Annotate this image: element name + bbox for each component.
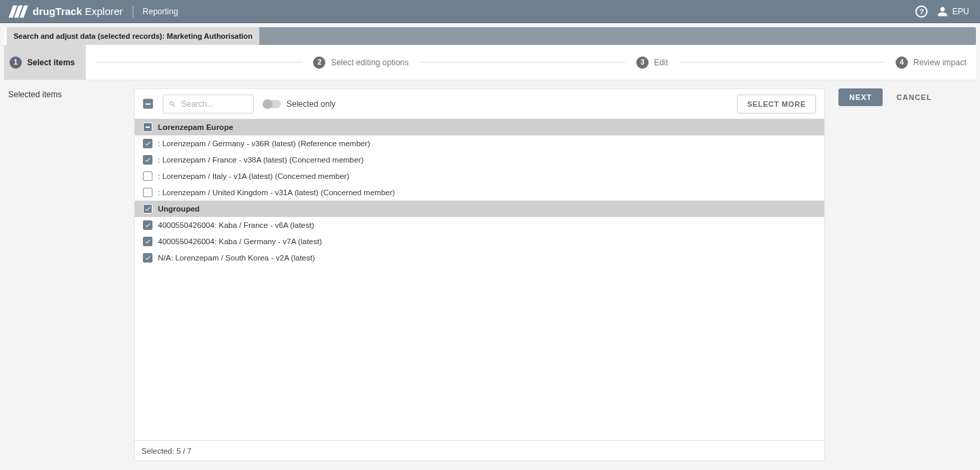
app-logo[interactable]: drugTrack Explorer [11,5,123,18]
item-checkbox[interactable] [143,188,152,197]
item-label: : Lorenzepam / United Kingdom - v31A (la… [158,188,395,197]
group-checkbox[interactable] [143,122,152,132]
app-name-bold: drugTrack [33,5,82,17]
items-footer: Selected: 5 / 7 [135,440,824,460]
vertical-separator [133,5,133,18]
group-header[interactable]: Ungrouped [135,201,824,217]
item-label: : Lorenzepam / Germany - v36R (latest) (… [158,139,370,148]
app-header: drugTrack Explorer Reporting ? EPU [0,0,980,23]
group-title: Ungrouped [158,205,199,213]
selected-count: Selected: 5 / 7 [142,447,192,455]
step-line [420,62,625,63]
step-3-num: 3 [636,56,649,69]
list-item[interactable]: 4000550426004: Kaba / France - v6A (late… [135,217,824,233]
item-checkbox[interactable] [143,253,152,263]
item-checkbox[interactable] [143,220,152,230]
list-item[interactable]: : Lorenzepam / United Kingdom - v31A (la… [135,184,824,201]
step-3[interactable]: 3 Edit [636,56,668,69]
main-content: Selected items Selected only SELECT MORE… [0,80,980,461]
selected-only-toggle[interactable]: Selected only [263,99,336,109]
item-checkbox[interactable] [143,237,152,246]
items-toolbar: Selected only SELECT MORE [135,89,824,119]
selected-items-label: Selected items [8,88,120,99]
master-checkbox[interactable] [143,99,153,109]
stepper: 1 Select items 2 Select editing options … [4,45,976,80]
step-2[interactable]: 2 Select editing options [313,56,408,69]
group-header[interactable]: Lorenzepam Europe [135,119,824,135]
selected-only-label: Selected only [287,99,336,109]
actions-column: NEXT CANCEL [838,88,937,106]
user-name: EPU [952,7,969,16]
help-icon[interactable]: ? [915,5,928,18]
step-line [97,62,302,63]
list-item[interactable]: : Lorenzepam / France - v38A (latest) (C… [135,152,824,168]
step-1-label: Select items [27,58,75,67]
sub-header: Search and adjust data (selected records… [0,23,980,45]
item-label: : Lorenzepam / Italy - v1A (latest) (Con… [158,172,349,180]
active-tab[interactable]: Search and adjust data (selected records… [4,27,259,45]
item-label: 4000550426004: Kaba / Germany - v7A (lat… [158,237,322,246]
item-label: : Lorenzepam / France - v38A (latest) (C… [158,156,363,164]
active-tab-label: Search and adjust data (selected records… [14,32,252,40]
indeterminate-icon [146,103,150,105]
list-item[interactable]: : Lorenzepam / Italy - v1A (latest) (Con… [135,168,824,184]
group-checkbox[interactable] [143,204,152,214]
step-4[interactable]: 4 Review impact [896,56,966,69]
list-item[interactable]: : Lorenzepam / Germany - v36R (latest) (… [135,135,824,152]
search-icon [169,100,176,108]
user-icon [937,6,948,17]
step-line [679,62,885,63]
step-2-num: 2 [313,56,325,69]
nav-reporting[interactable]: Reporting [143,7,178,16]
step-1[interactable]: 1 Select items [4,45,86,80]
user-menu[interactable]: EPU [937,6,969,17]
search-input[interactable] [180,99,248,110]
step-1-num: 1 [10,56,22,69]
item-checkbox[interactable] [143,171,152,181]
next-button[interactable]: NEXT [838,88,883,106]
list-item[interactable]: 4000550426004: Kaba / Germany - v7A (lat… [135,233,824,250]
switch-icon [263,100,281,108]
item-checkbox[interactable] [143,139,152,148]
logo-stripes-icon [9,5,29,18]
app-name-light: Explorer [82,5,123,17]
group-title: Lorenzepam Europe [158,123,233,131]
cancel-button[interactable]: CANCEL [891,88,937,106]
step-4-num: 4 [896,56,908,69]
indeterminate-icon [146,127,150,128]
step-4-label: Review impact [913,58,966,67]
list-item[interactable]: N/A: Lorenzepam / South Korea - v2A (lat… [135,250,824,266]
search-box[interactable] [163,95,254,114]
step-3-label: Edit [654,58,668,67]
items-tree: Lorenzepam Europe: Lorenzepam / Germany … [135,119,824,440]
step-2-label: Select editing options [331,58,408,67]
items-panel: Selected only SELECT MORE Lorenzepam Eur… [134,88,825,461]
item-checkbox[interactable] [143,155,152,165]
select-more-button[interactable]: SELECT MORE [737,95,816,114]
item-label: 4000550426004: Kaba / France - v6A (late… [158,221,314,229]
item-label: N/A: Lorenzepam / South Korea - v2A (lat… [158,254,315,262]
